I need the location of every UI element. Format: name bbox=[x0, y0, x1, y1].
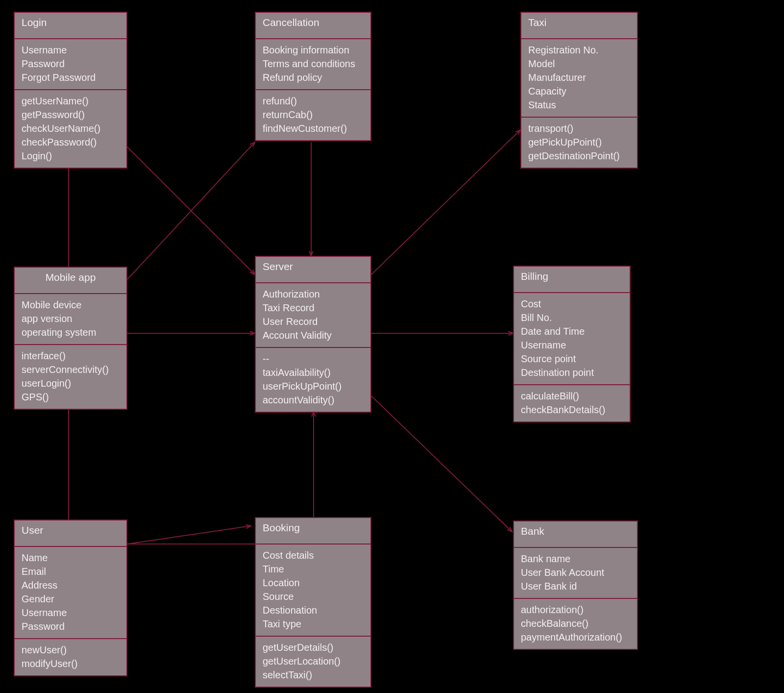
method: modifyUser() bbox=[22, 657, 120, 670]
attr: Location bbox=[263, 576, 364, 590]
method: newUser() bbox=[22, 643, 120, 657]
attr: Status bbox=[528, 98, 630, 112]
attr: Name bbox=[22, 551, 120, 565]
method: taxiAvailability() bbox=[263, 366, 364, 379]
method: getUserName() bbox=[22, 94, 120, 108]
class-attrs: Username Password Forgot Password bbox=[15, 39, 126, 90]
method: refund() bbox=[263, 94, 364, 108]
method: selectTaxi() bbox=[263, 668, 364, 682]
method: checkBalance() bbox=[521, 617, 630, 630]
attr: Forgot Password bbox=[22, 71, 120, 84]
attr: Bank name bbox=[521, 552, 630, 566]
attr: Bill No. bbox=[521, 311, 623, 324]
attr: Date and Time bbox=[521, 324, 623, 338]
class-attrs: Authorization Taxi Record User Record Ac… bbox=[256, 283, 370, 348]
class-booking: Booking Cost details Time Location Sourc… bbox=[255, 517, 371, 688]
method: -- bbox=[263, 352, 364, 366]
attr: Capacity bbox=[528, 84, 630, 98]
class-attrs: Bank name User Bank Account User Bank id bbox=[514, 548, 637, 599]
attr: Taxi Record bbox=[263, 301, 364, 315]
svg-line-2 bbox=[127, 147, 255, 274]
class-methods: transport() getPickUpPoint() getDestinat… bbox=[521, 118, 637, 168]
method: authorization() bbox=[521, 603, 630, 617]
attr: Username bbox=[521, 338, 623, 352]
class-title: Login bbox=[15, 13, 126, 39]
class-methods: calculateBill() checkBankDetails() bbox=[514, 385, 630, 421]
class-server: Server Authorization Taxi Record User Re… bbox=[255, 256, 371, 413]
attr: Destination point bbox=[521, 366, 623, 379]
method: Login() bbox=[22, 149, 120, 163]
attr: Registration No. bbox=[528, 43, 630, 57]
attr: Mobile device bbox=[22, 298, 120, 312]
method: paymentAuthorization() bbox=[521, 630, 630, 644]
attr: Gender bbox=[22, 592, 120, 606]
attr: Authorization bbox=[263, 287, 364, 301]
attr: Email bbox=[22, 565, 120, 578]
method: checkPassword() bbox=[22, 135, 120, 149]
class-attrs: Booking information Terms and conditions… bbox=[256, 39, 370, 90]
class-title: Mobile app bbox=[15, 268, 126, 294]
method: getUserDetails() bbox=[263, 641, 364, 654]
svg-line-1 bbox=[127, 142, 255, 279]
class-methods: refund() returnCab() findNewCustomer() bbox=[256, 90, 370, 140]
attr: Username bbox=[22, 43, 120, 57]
method: transport() bbox=[528, 122, 630, 135]
class-methods: interface() serverConnectivity() userLog… bbox=[15, 345, 126, 409]
attr: Booking information bbox=[263, 43, 364, 57]
class-title: Taxi bbox=[521, 13, 637, 39]
class-title: Server bbox=[256, 257, 370, 283]
attr: Address bbox=[22, 578, 120, 592]
attr: Cost details bbox=[263, 548, 364, 562]
class-attrs: Registration No. Model Manufacturer Capa… bbox=[521, 39, 637, 118]
class-methods: newUser() modifyUser() bbox=[15, 639, 126, 675]
class-billing: Billing Cost Bill No. Date and Time User… bbox=[513, 266, 631, 422]
method: findNewCustomer() bbox=[263, 122, 364, 135]
class-cancellation: Cancellation Booking information Terms a… bbox=[255, 12, 371, 141]
class-title: Billing bbox=[514, 267, 630, 293]
method: userPickUpPoint() bbox=[263, 379, 364, 393]
method: GPS() bbox=[22, 390, 120, 404]
attr: Password bbox=[22, 57, 120, 71]
attr: Terms and conditions bbox=[263, 57, 364, 71]
class-methods: authorization() checkBalance() paymentAu… bbox=[514, 599, 637, 649]
svg-line-11 bbox=[371, 396, 512, 532]
class-title: User bbox=[15, 520, 126, 547]
attr: Password bbox=[22, 619, 120, 633]
class-methods: getUserName() getPassword() checkUserNam… bbox=[15, 90, 126, 168]
svg-line-9 bbox=[127, 526, 251, 544]
attr: Source bbox=[263, 590, 364, 603]
attr: Model bbox=[528, 57, 630, 71]
class-methods: getUserDetails() getUserLocation() selec… bbox=[256, 637, 370, 687]
class-methods: -- taxiAvailability() userPickUpPoint() … bbox=[256, 348, 370, 412]
class-user: User Name Email Address Gender Username … bbox=[14, 520, 127, 676]
class-title: Bank bbox=[514, 521, 637, 548]
method: getPassword() bbox=[22, 108, 120, 122]
attr: User Bank Account bbox=[521, 566, 630, 579]
method: getUserLocation() bbox=[263, 654, 364, 668]
class-login: Login Username Password Forgot Password … bbox=[14, 12, 127, 169]
method: userLogin() bbox=[22, 376, 120, 390]
class-title: Booking bbox=[256, 518, 370, 544]
attr: Destionation bbox=[263, 603, 364, 617]
method: getDestinationPoint() bbox=[528, 149, 630, 163]
attr: Cost bbox=[521, 297, 623, 311]
attr: Refund policy bbox=[263, 71, 364, 84]
method: returnCab() bbox=[263, 108, 364, 122]
attr: Username bbox=[22, 606, 120, 619]
class-attrs: Cost details Time Location Source Destio… bbox=[256, 544, 370, 637]
attr: operating system bbox=[22, 325, 120, 339]
class-mobile-app: Mobile app Mobile device app version ope… bbox=[14, 267, 127, 410]
class-attrs: Mobile device app version operating syst… bbox=[15, 294, 126, 345]
method: checkUserName() bbox=[22, 122, 120, 135]
method: calculateBill() bbox=[521, 389, 623, 403]
method: checkBankDetails() bbox=[521, 403, 623, 417]
attr: Source point bbox=[521, 352, 623, 366]
attr: Time bbox=[263, 562, 364, 576]
method: interface() bbox=[22, 349, 120, 363]
class-attrs: Name Email Address Gender Username Passw… bbox=[15, 547, 126, 639]
attr: Taxi type bbox=[263, 617, 364, 631]
attr: app version bbox=[22, 312, 120, 325]
method: accountValidity() bbox=[263, 393, 364, 407]
class-title: Cancellation bbox=[256, 13, 370, 39]
method: getPickUpPoint() bbox=[528, 135, 630, 149]
